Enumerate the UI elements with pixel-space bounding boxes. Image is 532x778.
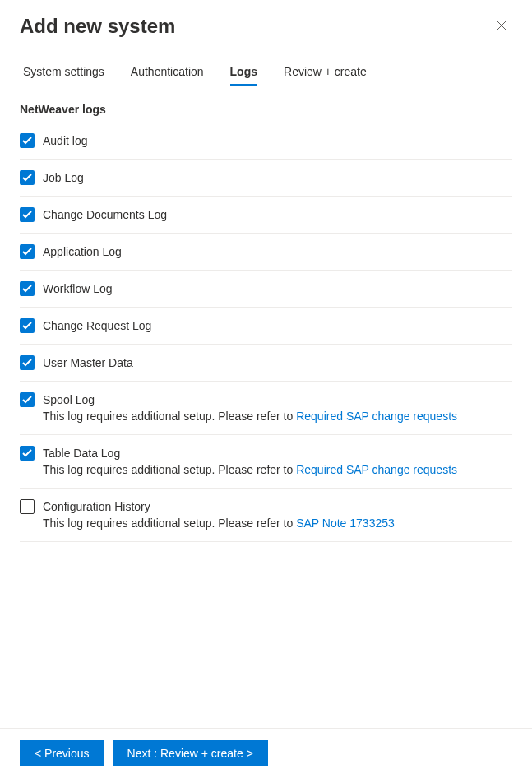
tab-bar: System settingsAuthenticationLogsReview … [0,39,532,86]
log-checkbox[interactable] [20,318,35,333]
log-desc-text: This log requires additional setup. Plea… [43,410,296,423]
log-text: User Master Data [43,354,512,371]
log-text: Application Log [43,243,512,260]
log-label: Change Request Log [43,317,512,334]
log-label: Configuration History [43,498,512,515]
log-text: Change Request Log [43,317,512,334]
next-button[interactable]: Next : Review + create > [113,740,268,766]
log-description: This log requires additional setup. Plea… [43,515,512,531]
log-text: Job Log [43,169,512,186]
log-item: Workflow Log [20,271,512,308]
footer: < Previous Next : Review + create > [0,728,532,778]
close-icon [496,20,507,31]
log-checkbox[interactable] [20,499,35,514]
log-text: Workflow Log [43,280,512,297]
content-area: NetWeaver logs Audit logJob LogChange Do… [0,86,532,728]
log-checkbox[interactable] [20,392,35,407]
log-link[interactable]: SAP Note 1733253 [296,516,395,530]
page-title: Add new system [20,15,175,38]
log-label: Table Data Log [43,445,512,461]
log-description: This log requires additional setup. Plea… [43,461,512,478]
log-item: Job Log [20,160,512,197]
log-checkbox[interactable] [20,170,35,185]
log-link[interactable]: Required SAP change requests [296,463,457,476]
log-text: Change Documents Log [43,206,512,223]
log-label: Change Documents Log [43,206,512,223]
log-item: Application Log [20,234,512,271]
log-label: Job Log [43,169,512,186]
section-heading: NetWeaver logs [20,103,512,116]
log-item: Table Data LogThis log requires addition… [20,435,512,489]
log-checkbox[interactable] [20,355,35,370]
log-label: Workflow Log [43,280,512,297]
log-item: Audit log [20,129,512,160]
log-description: This log requires additional setup. Plea… [43,408,512,424]
log-label: Spool Log [43,391,512,408]
log-checkbox[interactable] [20,133,35,148]
log-text: Spool LogThis log requires additional se… [43,391,512,424]
log-label: Audit log [43,132,512,149]
tab-system-settings[interactable]: System settings [20,60,108,86]
log-link[interactable]: Required SAP change requests [296,410,457,423]
tab-review-create[interactable]: Review + create [280,60,370,86]
log-text: Table Data LogThis log requires addition… [43,445,512,478]
log-label: User Master Data [43,354,512,371]
log-item: Change Documents Log [20,197,512,234]
tab-authentication[interactable]: Authentication [127,60,207,86]
log-item: Configuration HistoryThis log requires a… [20,489,512,542]
log-checkbox[interactable] [20,244,35,259]
log-checkbox[interactable] [20,207,35,222]
log-checkbox[interactable] [20,446,35,461]
log-item: Change Request Log [20,308,512,345]
log-checkbox[interactable] [20,281,35,296]
previous-button[interactable]: < Previous [20,740,104,766]
log-desc-text: This log requires additional setup. Plea… [43,463,296,476]
log-item: Spool LogThis log requires additional se… [20,382,512,435]
tab-logs[interactable]: Logs [227,60,261,86]
log-desc-text: This log requires additional setup. Plea… [43,516,296,530]
log-item: User Master Data [20,345,512,382]
log-text: Configuration HistoryThis log requires a… [43,498,512,531]
log-text: Audit log [43,132,512,149]
close-button[interactable] [491,15,512,39]
log-label: Application Log [43,243,512,260]
